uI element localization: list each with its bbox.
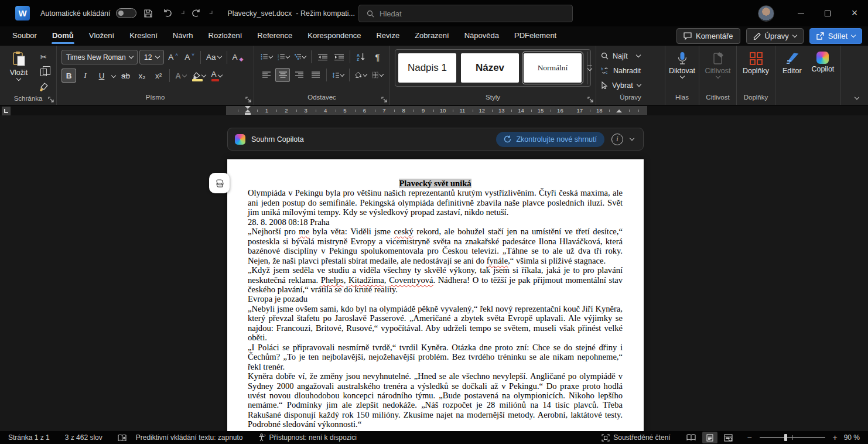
zoom-slider-thumb[interactable] bbox=[784, 434, 787, 441]
tab-revize[interactable]: Revize bbox=[368, 26, 407, 46]
paste-button[interactable]: Vložit bbox=[5, 50, 33, 94]
addins-button[interactable]: Doplňky bbox=[741, 50, 770, 93]
web-layout-button[interactable] bbox=[721, 432, 736, 443]
clipboard-dialog-launcher[interactable] bbox=[48, 97, 54, 103]
strikethrough-button[interactable]: ab bbox=[118, 69, 133, 83]
align-center-button[interactable] bbox=[275, 68, 290, 82]
shrink-font-button[interactable]: A˅ bbox=[182, 50, 197, 64]
horizontal-ruler[interactable]: 123456789101112131415161718 bbox=[226, 106, 647, 115]
style-nazev[interactable]: Název bbox=[461, 53, 519, 83]
autosave-toggle[interactable] bbox=[116, 8, 136, 18]
bold-button[interactable]: B bbox=[61, 69, 76, 83]
align-right-button[interactable] bbox=[292, 68, 306, 82]
zoom-in-button[interactable]: + bbox=[831, 433, 839, 442]
align-left-button[interactable] bbox=[259, 68, 274, 82]
multilevel-list-button[interactable] bbox=[293, 50, 308, 64]
print-layout-button[interactable] bbox=[702, 432, 717, 443]
increase-indent-button[interactable] bbox=[332, 50, 346, 64]
redo-button[interactable] bbox=[188, 5, 204, 22]
undo-menu-chevron-icon[interactable] bbox=[181, 11, 184, 14]
read-mode-button[interactable] bbox=[684, 432, 699, 443]
word-count-status[interactable]: 3 z 462 slov bbox=[65, 433, 102, 442]
tab-stop-selector[interactable] bbox=[2, 107, 11, 115]
styles-gallery-more-button[interactable] bbox=[587, 52, 592, 84]
dictate-button[interactable]: Diktovat bbox=[669, 50, 695, 93]
change-case-button[interactable]: Aa bbox=[204, 50, 223, 64]
bullets-button[interactable] bbox=[259, 50, 274, 64]
search-input[interactable]: Hledat bbox=[358, 5, 573, 22]
style-normalni[interactable]: Normální bbox=[524, 53, 582, 83]
text-effects-button[interactable]: A bbox=[173, 69, 188, 83]
underline-chevron-icon[interactable] bbox=[111, 73, 116, 78]
show-formatting-button[interactable]: ¶ bbox=[370, 50, 385, 64]
tab-reference[interactable]: Reference bbox=[250, 26, 300, 46]
copilot-button[interactable]: Copilot bbox=[810, 50, 836, 93]
tab-soubor[interactable]: Soubor bbox=[5, 26, 45, 46]
subscript-button[interactable]: x₂ bbox=[135, 69, 149, 83]
maximize-button[interactable] bbox=[814, 0, 841, 26]
focus-mode-button[interactable]: Soustředěné čtení bbox=[602, 433, 670, 442]
font-color-button[interactable]: A bbox=[209, 69, 224, 83]
underline-button[interactable]: U bbox=[94, 69, 109, 83]
tab-napoveda[interactable]: Nápověda bbox=[457, 26, 507, 46]
editor-button[interactable]: Editor bbox=[780, 50, 804, 93]
editing-mode-button[interactable]: Úpravy bbox=[746, 28, 804, 44]
paragraph-dialog-launcher[interactable] bbox=[381, 97, 387, 103]
hanging-indent-marker[interactable] bbox=[245, 110, 251, 112]
justify-button[interactable] bbox=[308, 68, 323, 82]
left-indent-marker[interactable] bbox=[245, 113, 251, 115]
find-button[interactable]: Najít bbox=[601, 50, 660, 62]
page-number-status[interactable]: Stránka 1 z 1 bbox=[8, 433, 50, 442]
accessibility-status[interactable]: ? Přístupnost: není k dispozici bbox=[258, 433, 357, 442]
save-button[interactable] bbox=[140, 5, 156, 22]
tab-domu[interactable]: Domů bbox=[45, 26, 81, 46]
copilot-margin-badge[interactable] bbox=[209, 173, 230, 193]
superscript-button[interactable]: x² bbox=[151, 69, 166, 83]
highlight-color-button[interactable] bbox=[190, 69, 207, 83]
tab-korespondence[interactable]: Korespondence bbox=[300, 26, 368, 46]
copy-button[interactable] bbox=[36, 65, 51, 79]
share-button[interactable]: Sdílet bbox=[809, 28, 862, 44]
document-body[interactable]: Plavecký svět uniká Olympiáda v Pekingu … bbox=[248, 179, 623, 431]
minimize-button[interactable] bbox=[787, 0, 814, 26]
borders-button[interactable] bbox=[370, 68, 385, 82]
undo-button[interactable] bbox=[160, 5, 176, 22]
italic-button[interactable]: I bbox=[78, 69, 93, 83]
zoom-slider[interactable] bbox=[760, 437, 825, 438]
format-painter-button[interactable] bbox=[36, 80, 51, 94]
select-button[interactable]: Vybrat bbox=[601, 79, 660, 91]
tab-zobrazeni[interactable]: Zobrazení bbox=[407, 26, 457, 46]
close-button[interactable]: × bbox=[841, 0, 868, 26]
info-icon[interactable]: i bbox=[611, 134, 623, 145]
font-dialog-launcher[interactable] bbox=[245, 97, 251, 103]
clear-formatting-button[interactable]: A◆ bbox=[231, 50, 245, 64]
font-size-select[interactable]: 12 bbox=[139, 50, 164, 64]
quick-access-chevron-icon[interactable] bbox=[209, 11, 212, 14]
tab-rozlozeni[interactable]: Rozložení bbox=[201, 26, 250, 46]
tab-vlozeni[interactable]: Vložení bbox=[81, 26, 122, 46]
check-new-summary-button[interactable]: Zkontrolujte nové shrnutí bbox=[496, 132, 604, 147]
cut-button[interactable]: ✂ bbox=[36, 50, 51, 64]
page[interactable]: Plavecký svět uniká Olympiáda v Pekingu … bbox=[227, 159, 644, 431]
right-indent-marker[interactable] bbox=[616, 110, 622, 112]
replace-button[interactable]: bc Nahradit bbox=[601, 64, 660, 77]
document-title[interactable]: Plavecky_svet.docx - Režim kompati... bbox=[228, 9, 363, 18]
word-app-icon[interactable]: W bbox=[15, 6, 30, 21]
line-spacing-button[interactable] bbox=[330, 68, 346, 82]
shading-button[interactable] bbox=[353, 68, 368, 82]
copilot-bar-chevron-icon[interactable] bbox=[630, 136, 634, 141]
decrease-indent-button[interactable] bbox=[315, 50, 330, 64]
proofing-status[interactable] bbox=[118, 434, 127, 442]
font-family-select[interactable]: Times New Roman bbox=[61, 50, 138, 64]
styles-dialog-launcher[interactable] bbox=[587, 97, 593, 103]
numbering-button[interactable]: 123 bbox=[276, 50, 291, 64]
tab-pdfelement[interactable]: PDFelement bbox=[507, 26, 564, 46]
collapse-ribbon-icon[interactable] bbox=[855, 95, 859, 100]
style-nadpis-1[interactable]: Nadpis 1 bbox=[398, 53, 456, 83]
tab-kresleni[interactable]: Kreslení bbox=[122, 26, 165, 46]
sort-button[interactable]: AZ bbox=[354, 50, 368, 64]
first-line-indent-marker[interactable] bbox=[245, 106, 251, 109]
tab-navrh[interactable]: Návrh bbox=[165, 26, 201, 46]
comments-button[interactable]: Komentáře bbox=[676, 28, 740, 44]
grow-font-button[interactable]: A˄ bbox=[166, 50, 180, 64]
